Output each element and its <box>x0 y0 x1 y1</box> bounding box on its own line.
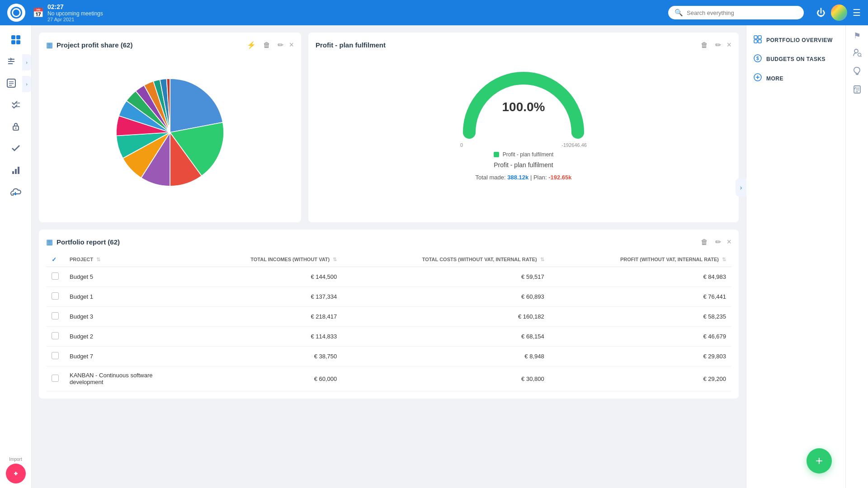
lightbulb-icon[interactable] <box>853 66 862 78</box>
row-incomes-5: € 60,000 <box>191 366 342 391</box>
col-profit-header[interactable]: PROFIT (WITHOUT VAT, INTERNAL RATE) ⇅ <box>550 253 731 267</box>
row-profit-3: € 46,679 <box>550 327 731 347</box>
row-checkbox-4[interactable] <box>52 352 59 359</box>
more-label: MORE <box>766 75 783 82</box>
row-incomes-1: € 137,334 <box>191 287 342 307</box>
plan-separator: | <box>530 174 533 181</box>
search-icon: 🔍 <box>675 9 683 17</box>
svg-text:$: $ <box>756 56 759 61</box>
svg-rect-24 <box>758 40 761 43</box>
pie-flash-button[interactable]: ⚡ <box>245 40 258 50</box>
search-input[interactable] <box>687 9 797 16</box>
row-costs-4: € 8,948 <box>342 347 549 366</box>
portfolio-card-actions: 🗑 ✏ × <box>699 237 731 247</box>
row-profit-1: € 76,441 <box>550 287 731 307</box>
sidebar-expand-projects[interactable]: › <box>22 54 31 70</box>
table-row: KANBAN - Continuous software development… <box>46 366 731 391</box>
sidebar-item-analytics[interactable] <box>6 160 26 180</box>
flag-icon[interactable]: ⚑ <box>854 31 861 41</box>
fab-add-button[interactable]: + <box>807 448 832 474</box>
import-button[interactable] <box>6 464 26 483</box>
col-costs-label: TOTAL COSTS (WITHOUT VAT, INTERNAL RATE) <box>422 257 537 262</box>
gauge-legend-dot <box>494 152 499 157</box>
svg-rect-21 <box>754 36 757 39</box>
right-sidebar-collapse[interactable]: › <box>736 178 746 197</box>
pie-delete-button[interactable]: 🗑 <box>261 40 272 50</box>
pie-close-button[interactable]: × <box>289 40 294 50</box>
sidebar-item-security[interactable] <box>6 117 26 136</box>
calendar-widget: 📅 02:27 No upcoming meetings 27 Apr 2021 <box>33 3 103 22</box>
sidebar-more[interactable]: MORE <box>746 69 845 88</box>
sidebar-item-dashboard[interactable] <box>6 30 26 50</box>
pie-edit-button[interactable]: ✏ <box>276 40 285 50</box>
avatar[interactable] <box>831 5 847 21</box>
budgets-on-tasks-label: BUDGETS ON TASKS <box>766 56 826 62</box>
col-profit-label: PROFIT (WITHOUT VAT, INTERNAL RATE) <box>620 257 719 262</box>
sidebar-item-projects[interactable] <box>0 52 22 71</box>
col-costs-header[interactable]: TOTAL COSTS (WITHOUT VAT, INTERNAL RATE)… <box>342 253 549 267</box>
svg-rect-23 <box>754 40 757 43</box>
sidebar-portfolio-overview[interactable]: PORTFOLIO OVERVIEW <box>746 31 845 50</box>
col-incomes-header[interactable]: TOTAL INCOMES (WITHOUT VAT) ⇅ <box>191 253 342 267</box>
sidebar-expand-tasks[interactable]: › <box>22 76 31 92</box>
portfolio-card-header: ▦ Portfolio report (62) 🗑 ✏ × <box>46 237 731 247</box>
col-project-header[interactable]: PROJECT ⇅ <box>64 253 191 267</box>
gauge-delete-button[interactable]: 🗑 <box>699 40 710 50</box>
app-logo[interactable] <box>7 4 25 22</box>
row-checkbox-2[interactable] <box>52 312 59 319</box>
sidebar-budgets-on-tasks[interactable]: $ BUDGETS ON TASKS <box>746 50 845 69</box>
gauge-subtitle: Profit - plan fulfilment <box>494 161 553 169</box>
gauge-card-title: Profit - plan fulfilment <box>316 41 695 49</box>
menu-icon[interactable]: ☰ <box>853 7 861 18</box>
row-incomes-4: € 38,750 <box>191 347 342 366</box>
row-incomes-2: € 218,417 <box>191 307 342 327</box>
row-profit-5: € 29,200 <box>550 366 731 391</box>
col-project-label: PROJECT <box>70 257 93 262</box>
sidebar-item-approvals[interactable] <box>6 138 26 158</box>
pie-chart <box>107 69 233 196</box>
portfolio-edit-button[interactable]: ✏ <box>713 237 723 247</box>
portfolio-delete-button[interactable]: 🗑 <box>699 237 710 247</box>
fab-icon: + <box>816 455 823 467</box>
portfolio-close-button[interactable]: × <box>726 237 731 247</box>
sidebar-item-checklist[interactable] <box>6 95 26 115</box>
tasks-checklist-icon[interactable] <box>853 85 862 96</box>
calendar-icon: 📅 <box>33 7 44 18</box>
svg-rect-1 <box>16 35 20 39</box>
far-right-panel: ⚑ <box>845 25 868 488</box>
pie-card-header: ▦ Project profit share (62) ⚡ 🗑 ✏ × <box>46 40 294 50</box>
sidebar-item-tasks[interactable] <box>0 73 22 93</box>
row-incomes-3: € 114,833 <box>191 327 342 347</box>
row-checkbox-5[interactable] <box>52 375 59 382</box>
svg-rect-3 <box>16 40 20 44</box>
svg-point-30 <box>854 49 858 53</box>
row-costs-3: € 68,154 <box>342 327 549 347</box>
gauge-edit-button[interactable]: ✏ <box>713 40 723 50</box>
gauge-close-button[interactable]: × <box>726 40 731 50</box>
row-project-3: Budget 2 <box>64 327 191 347</box>
sidebar-item-cloud[interactable] <box>6 182 26 202</box>
gauge-labels: 0 -192646.46 <box>460 142 587 148</box>
row-checkbox-1[interactable] <box>52 292 59 300</box>
gauge-card-actions: 🗑 ✏ × <box>699 40 731 50</box>
profit-fulfilment-card: Profit - plan fulfilment 🗑 ✏ × <box>308 33 739 222</box>
gauge-legend-label: Profit - plan fulfilment <box>503 151 554 158</box>
row-checkbox-3[interactable] <box>52 332 59 339</box>
content-area: ▦ Project profit share (62) ⚡ 🗑 ✏ × Prof <box>32 25 746 488</box>
plan-value: -192.65k <box>548 174 571 181</box>
power-icon[interactable]: ⏻ <box>816 8 826 18</box>
user-search-icon[interactable] <box>853 48 862 59</box>
svg-rect-0 <box>11 35 15 39</box>
table-row: Budget 1 € 137,334 € 60,893 € 76,441 <box>46 287 731 307</box>
sort-icon-costs: ⇅ <box>540 257 544 262</box>
top-row: ▦ Project profit share (62) ⚡ 🗑 ✏ × Prof <box>39 33 739 222</box>
portfolio-overview-icon <box>754 35 762 45</box>
topbar: 📅 02:27 No upcoming meetings 27 Apr 2021… <box>0 0 868 25</box>
gauge-legend: Profit - plan fulfilment <box>494 151 554 158</box>
search-box[interactable]: 🔍 <box>668 6 804 19</box>
gauge-right-label: -192646.46 <box>561 142 587 148</box>
row-checkbox-0[interactable] <box>52 272 59 280</box>
col-check-header: ✓ <box>46 253 64 267</box>
pie-profit-share-card: ▦ Project profit share (62) ⚡ 🗑 ✏ × <box>39 33 301 222</box>
table-header-row: ✓ PROJECT ⇅ TOTAL INCOMES (WITHOUT VAT) … <box>46 253 731 267</box>
